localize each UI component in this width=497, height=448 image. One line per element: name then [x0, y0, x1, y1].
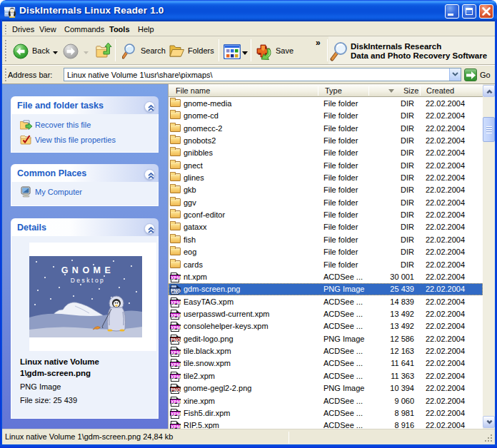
svg-text:GNOME: GNOME — [61, 265, 115, 275]
svg-text:Desktop: Desktop — [71, 277, 106, 284]
